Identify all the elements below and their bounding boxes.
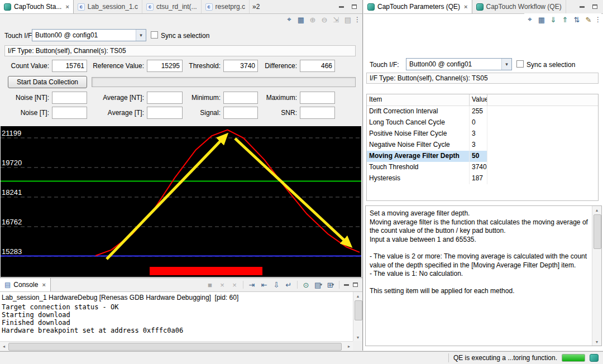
parameter-description[interactable]: Set a moving average filter depth. Movin… bbox=[365, 205, 602, 346]
combo-arrow-icon[interactable]: ▾ bbox=[136, 30, 146, 41]
minimize-icon[interactable] bbox=[578, 3, 586, 11]
c-file-icon: c bbox=[146, 3, 154, 11]
maximize-icon[interactable] bbox=[351, 281, 359, 289]
toolbar-overflow-icon[interactable]: ⋮ bbox=[595, 16, 601, 23]
table-row[interactable]: Hysteresis 187 bbox=[367, 173, 598, 184]
tab-captouch-status[interactable]: CapTouch Sta... × bbox=[0, 0, 74, 13]
edit-config-icon[interactable]: ✎ bbox=[583, 15, 594, 25]
scroll-right-icon[interactable]: ▸ bbox=[345, 342, 353, 351]
sync-values-icon[interactable]: ⇅ bbox=[571, 15, 582, 25]
scroll-up-icon[interactable]: ▴ bbox=[353, 292, 362, 300]
touch-if-select[interactable]: Button00 @ config01 ▾ bbox=[32, 29, 146, 41]
export-tuning-icon[interactable]: ⇑ bbox=[559, 15, 571, 25]
tab-overflow-chevron[interactable]: »2 bbox=[252, 3, 260, 11]
progress-view-icon[interactable] bbox=[590, 354, 599, 362]
c-file-icon: c bbox=[78, 3, 85, 11]
scrollbar-corner bbox=[353, 341, 362, 351]
threshold-input[interactable] bbox=[223, 60, 258, 72]
column-header-value[interactable]: Value bbox=[470, 94, 487, 106]
chart-region-select-icon[interactable]: ▦ bbox=[295, 15, 307, 25]
close-icon[interactable]: × bbox=[42, 281, 45, 288]
import-tuning-icon[interactable]: ⇓ bbox=[548, 15, 559, 25]
toolbar-overflow-icon[interactable]: ⋮ bbox=[354, 16, 361, 23]
zoom-out-icon[interactable]: ⊖ bbox=[319, 15, 330, 25]
tab-ctsu-rd-int-c[interactable]: c ctsu_rd_int(... bbox=[142, 0, 202, 13]
touch-if-select[interactable]: Button00 @ config01 ▾ bbox=[406, 58, 512, 70]
scroll-down-icon[interactable]: ▾ bbox=[353, 333, 362, 341]
start-data-collection-button[interactable]: Start Data Collection bbox=[8, 76, 87, 88]
zoom-in-icon[interactable]: ⊕ bbox=[307, 15, 318, 25]
table-row[interactable]: Touch Threshold 3740 bbox=[367, 162, 598, 173]
tab-captouch-parameters[interactable]: CapTouch Parameters (QE) × bbox=[363, 0, 472, 13]
close-icon[interactable]: × bbox=[464, 3, 467, 10]
select-tool-icon[interactable]: ⌖ bbox=[524, 15, 535, 25]
snr-label: SNR: bbox=[260, 109, 297, 117]
average-t-input[interactable] bbox=[147, 107, 183, 119]
scrollbar-thumb[interactable] bbox=[8, 343, 342, 351]
console-horizontal-scrollbar[interactable]: ◂ ▸ bbox=[0, 341, 353, 351]
display-console-icon[interactable]: ▤▾ bbox=[313, 280, 324, 290]
minimize-icon[interactable] bbox=[337, 3, 345, 11]
touch-if-label: Touch I/F: bbox=[4, 32, 34, 40]
tab-resetprg-c[interactable]: c resetprg.c bbox=[202, 0, 250, 13]
terminate-icon[interactable]: ■ bbox=[204, 280, 216, 290]
reference-value-input[interactable] bbox=[147, 60, 183, 72]
tab-lab-session-1-c[interactable]: c Lab_session_1.c bbox=[74, 0, 142, 13]
tab-captouch-workflow[interactable]: CapTouch Workflow (QE) bbox=[472, 0, 566, 13]
status-message: QE is executing a ...toring function. bbox=[453, 354, 557, 362]
threshold-label: Threshold: bbox=[184, 62, 221, 70]
noise-nt-input[interactable] bbox=[52, 92, 87, 104]
snr-input[interactable] bbox=[300, 107, 335, 119]
show-stdout-icon[interactable]: ⇥ bbox=[246, 280, 257, 290]
zoom-fit-icon[interactable]: ⇲ bbox=[331, 15, 342, 25]
table-row[interactable]: Positive Noise Filter Cycle 3 bbox=[367, 128, 598, 140]
maximize-icon[interactable] bbox=[591, 3, 599, 11]
noise-t-input[interactable] bbox=[52, 107, 87, 119]
maximum-input[interactable] bbox=[300, 92, 335, 104]
minimize-icon[interactable] bbox=[342, 281, 350, 289]
touch-count-chart[interactable]: 21199 19720 18241 16762 15283 bbox=[1, 126, 361, 277]
close-icon[interactable]: × bbox=[65, 3, 69, 10]
description-line bbox=[370, 244, 588, 252]
remove-all-launches-icon[interactable]: × bbox=[229, 280, 240, 290]
console-output[interactable]: Lab_session_1 HardwareDebug [Renesas GDB… bbox=[0, 292, 353, 341]
sync-selection-checkbox[interactable] bbox=[151, 31, 158, 39]
table-row[interactable]: Drift Correction Interval 255 bbox=[367, 106, 598, 117]
console-title-line: Lab_session_1 HardwareDebug [Renesas GDB… bbox=[2, 294, 353, 301]
column-header-item[interactable]: Item bbox=[367, 94, 470, 106]
pin-console-icon[interactable]: ⊙ bbox=[300, 280, 312, 290]
show-stderr-icon[interactable]: ⇤ bbox=[259, 280, 270, 290]
count-value-input[interactable] bbox=[52, 60, 87, 72]
table-row[interactable]: Negative Noise Filter Cycle 3 bbox=[367, 140, 598, 151]
table-view-icon[interactable]: ▦ bbox=[536, 15, 547, 25]
description-scrollbar[interactable]: ▴ ▾ bbox=[592, 206, 601, 346]
combo-arrow-icon[interactable]: ▾ bbox=[501, 59, 511, 70]
param-item: Negative Noise Filter Cycle bbox=[367, 140, 470, 151]
scroll-up-icon[interactable]: ▴ bbox=[592, 206, 601, 214]
description-line bbox=[370, 279, 588, 287]
count-curve bbox=[95, 130, 360, 256]
tab-label: Lab_session_1.c bbox=[88, 3, 138, 11]
sync-selection-checkbox[interactable] bbox=[516, 60, 524, 68]
signal-input[interactable] bbox=[223, 107, 258, 119]
scrollbar-thumb[interactable] bbox=[355, 300, 362, 320]
scroll-down-icon[interactable]: ▾ bbox=[592, 338, 601, 346]
tab-console[interactable]: ▤ Console × bbox=[0, 278, 51, 291]
table-row[interactable]: Long Touch Cancel Cycle 0 bbox=[367, 117, 598, 128]
open-console-icon[interactable]: ⊞▾ bbox=[325, 280, 336, 290]
description-line: - The value is 1: No calculation. bbox=[370, 270, 588, 279]
scrollbar-thumb[interactable] bbox=[594, 214, 601, 249]
minimum-input[interactable] bbox=[223, 92, 258, 104]
scroll-left-icon[interactable]: ◂ bbox=[0, 342, 8, 351]
maximize-icon[interactable] bbox=[350, 3, 358, 11]
remove-launch-icon[interactable]: × bbox=[217, 280, 228, 290]
table-row-selected[interactable]: Moving Average Filter Depth 50 bbox=[367, 151, 598, 162]
chart-export-icon[interactable]: ▤ bbox=[342, 15, 353, 25]
difference-input[interactable] bbox=[300, 60, 335, 72]
word-wrap-icon[interactable]: ↵ bbox=[283, 280, 294, 290]
average-nt-input[interactable] bbox=[147, 92, 183, 104]
scroll-lock-icon[interactable]: ⇩ bbox=[271, 280, 282, 290]
console-vertical-scrollbar[interactable]: ▴ ▾ bbox=[353, 292, 362, 341]
chart-cursor-icon[interactable]: ⌖ bbox=[284, 15, 295, 25]
param-item: Drift Correction Interval bbox=[367, 106, 470, 117]
